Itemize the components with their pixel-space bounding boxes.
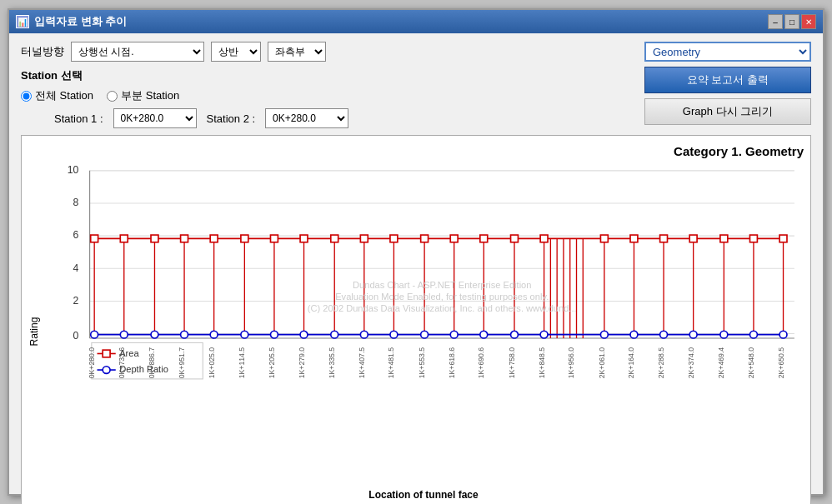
- svg-point-75: [360, 331, 368, 338]
- svg-text:1K+279.0: 1K+279.0: [297, 347, 305, 379]
- svg-text:2K+374.0: 2K+374.0: [687, 347, 695, 379]
- svg-text:0K+280.0: 0K+280.0: [88, 347, 96, 379]
- station2-label: Station 2 :: [207, 112, 256, 125]
- svg-rect-63: [720, 235, 728, 242]
- svg-text:1K+407.5: 1K+407.5: [358, 347, 366, 379]
- svg-text:0K+733.6: 0K+733.6: [118, 347, 126, 379]
- svg-text:10: 10: [68, 164, 79, 176]
- svg-text:1K+025.0: 1K+025.0: [208, 347, 216, 379]
- chart-inner: Rating 10 8: [28, 162, 804, 501]
- svg-rect-47: [210, 235, 218, 242]
- window-icon: 📊: [16, 15, 29, 28]
- station-section-label: Station 선택: [21, 68, 83, 83]
- svg-text:2: 2: [73, 295, 78, 307]
- svg-point-85: [689, 331, 697, 338]
- svg-point-71: [241, 331, 248, 338]
- direction-select[interactable]: 상행선 시점.: [71, 42, 204, 62]
- svg-rect-46: [181, 235, 188, 242]
- svg-point-88: [779, 331, 787, 338]
- svg-text:2K+061.0: 2K+061.0: [598, 347, 606, 379]
- svg-rect-52: [360, 235, 368, 242]
- minimize-button[interactable]: –: [768, 14, 783, 29]
- chart-content: 10 8 6 4 2 0: [43, 162, 804, 501]
- chart-svg: 10 8 6 4 2 0: [43, 162, 804, 487]
- svg-point-77: [421, 331, 429, 338]
- svg-point-69: [181, 331, 188, 338]
- svg-point-78: [450, 331, 458, 338]
- svg-text:(C) 2002 Dundas Data Visualiza: (C) 2002 Dundas Data Visualization, Inc.…: [308, 304, 577, 314]
- svg-text:1K+114.5: 1K+114.5: [238, 347, 246, 379]
- svg-text:1K+618.6: 1K+618.6: [448, 347, 456, 379]
- svg-text:2K+650.5: 2K+650.5: [776, 347, 784, 379]
- svg-rect-55: [450, 235, 458, 242]
- svg-point-66: [91, 331, 98, 338]
- all-station-label: 전체 Station: [35, 88, 93, 103]
- svg-point-86: [720, 331, 728, 338]
- partial-station-radio[interactable]: 부분 Station: [107, 88, 179, 103]
- right-buttons-area: Geometry Support Face Groundwater 요약 보고서…: [644, 42, 811, 125]
- svg-point-76: [390, 331, 398, 338]
- close-button[interactable]: ✕: [801, 14, 816, 29]
- chart-area: Category 1. Geometry Rating: [21, 135, 811, 504]
- svg-text:0: 0: [73, 330, 78, 342]
- titlebar-controls: – □ ✕: [768, 14, 816, 29]
- geometry-select[interactable]: Geometry Support Face Groundwater: [644, 42, 811, 62]
- svg-text:0K+951.7: 0K+951.7: [178, 347, 186, 379]
- svg-text:1K+205.5: 1K+205.5: [268, 347, 276, 379]
- sub-select1[interactable]: 상반: [211, 42, 261, 62]
- svg-point-82: [600, 331, 608, 338]
- all-station-radio[interactable]: 전체 Station: [21, 88, 93, 103]
- y-axis-label: Rating: [28, 162, 40, 501]
- left-controls: 터널방향 상행선 시점. 상반 좌측부 Station 선택: [21, 42, 638, 128]
- titlebar-left: 📊 입력자료 변화 추이: [16, 14, 127, 29]
- svg-rect-50: [300, 235, 308, 242]
- station2-select[interactable]: 0K+280.0: [265, 108, 348, 128]
- svg-rect-58: [540, 235, 548, 242]
- svg-text:1K+690.6: 1K+690.6: [477, 347, 485, 379]
- svg-point-72: [270, 331, 278, 338]
- direction-row: 터널방향 상행선 시점. 상반 좌측부: [21, 42, 638, 62]
- svg-text:2K+288.5: 2K+288.5: [657, 347, 665, 379]
- svg-point-74: [331, 331, 338, 338]
- svg-text:1K+956.0: 1K+956.0: [567, 347, 575, 379]
- station-selection-row: Station 선택: [21, 68, 638, 83]
- svg-text:2K+164.0: 2K+164.0: [627, 347, 635, 379]
- svg-text:1K+758.0: 1K+758.0: [508, 347, 516, 379]
- sub-select2[interactable]: 좌측부: [268, 42, 326, 62]
- svg-rect-64: [749, 235, 757, 242]
- station1-select[interactable]: 0K+280.0: [113, 108, 197, 128]
- svg-rect-56: [480, 235, 488, 242]
- station-inputs-row: Station 1 : 0K+280.0 Station 2 : 0K+280.…: [54, 108, 638, 128]
- svg-point-70: [210, 331, 218, 338]
- svg-point-94: [103, 367, 110, 374]
- svg-text:2K+469.4: 2K+469.4: [717, 347, 725, 379]
- svg-text:8: 8: [73, 197, 78, 208]
- window-title: 입력자료 변화 추이: [34, 14, 127, 29]
- svg-text:1K+481.5: 1K+481.5: [387, 347, 395, 379]
- svg-rect-65: [779, 235, 787, 242]
- svg-point-84: [660, 331, 668, 338]
- svg-point-68: [151, 331, 158, 338]
- x-axis-label: Location of tunnel face: [43, 489, 804, 501]
- graph-redraw-button[interactable]: Graph 다시 그리기: [644, 98, 811, 125]
- svg-rect-59: [600, 235, 608, 242]
- svg-text:Depth Ratio: Depth Ratio: [119, 364, 168, 374]
- svg-text:1K+335.5: 1K+335.5: [328, 347, 336, 379]
- maximize-button[interactable]: □: [784, 14, 799, 29]
- svg-rect-62: [689, 235, 697, 242]
- svg-point-79: [480, 331, 488, 338]
- svg-point-81: [540, 331, 548, 338]
- svg-text:Dundas Chart - ASP.NET Enterpr: Dundas Chart - ASP.NET Enterprise Editio…: [353, 280, 531, 290]
- titlebar: 📊 입력자료 변화 추이 – □ ✕: [9, 10, 823, 33]
- svg-rect-54: [421, 235, 429, 242]
- content-area: 터널방향 상행선 시점. 상반 좌측부 Station 선택: [9, 33, 823, 504]
- top-controls-row: 터널방향 상행선 시점. 상반 좌측부 Station 선택: [21, 42, 811, 128]
- svg-point-83: [630, 331, 638, 338]
- summary-button[interactable]: 요약 보고서 출력: [644, 67, 811, 93]
- chart-title: Category 1. Geometry: [28, 144, 804, 158]
- svg-point-87: [749, 331, 757, 338]
- svg-rect-49: [270, 235, 278, 242]
- svg-text:Evaluation Mode Enabled, for t: Evaluation Mode Enabled, for testing pur…: [335, 292, 549, 302]
- svg-rect-57: [511, 235, 519, 242]
- svg-text:0K+886.7: 0K+886.7: [148, 347, 156, 379]
